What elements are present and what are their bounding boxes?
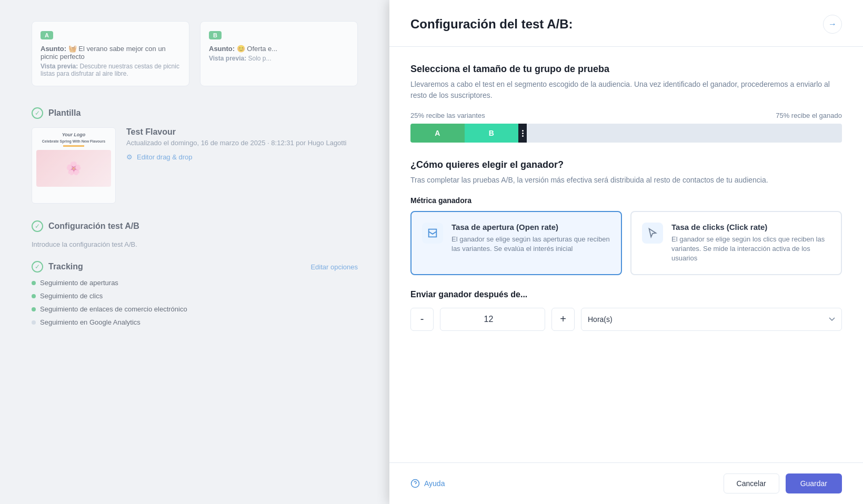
template-editor-link[interactable]: ⚙ Editor drag & drop bbox=[126, 153, 358, 161]
winner-minus-button[interactable]: - bbox=[410, 308, 434, 331]
modal-header: Configuración del test A/B: → bbox=[389, 0, 863, 47]
tracking-item-2: Seguimiento de clics bbox=[32, 292, 358, 300]
metric-click-rate-card[interactable]: Tasa de clicks (Click rate) El ganador s… bbox=[630, 211, 842, 275]
group-size-section: Selecciona el tamaño de tu grupo de prue… bbox=[410, 64, 842, 143]
slider-label-left: 25% recibe las variantes bbox=[410, 112, 485, 119]
tracking-section: ✓ Tracking Editar opciones Seguimiento d… bbox=[32, 261, 358, 326]
tracking-list: Seguimiento de aperturas Seguimiento de … bbox=[32, 279, 358, 326]
open-rate-text: Tasa de apertura (Open rate) El ganador … bbox=[451, 223, 610, 254]
tracking-dot-3 bbox=[32, 307, 36, 311]
click-rate-desc: El ganador se elige según los clics que … bbox=[671, 235, 830, 264]
modal-title: Configuración del test A/B: bbox=[410, 17, 573, 32]
ab-config-section: ✓ Configuración test A/B Introduce la co… bbox=[32, 220, 358, 248]
winner-title: ¿Cómo quieres elegir el ganador? bbox=[410, 159, 842, 170]
winner-unit-select[interactable]: Hora(s) Día(s) bbox=[581, 308, 842, 331]
modal-panel: Configuración del test A/B: → Selecciona… bbox=[389, 0, 863, 504]
winner-after-section: Enviar ganador después de... - + Hora(s)… bbox=[410, 290, 842, 331]
winner-controls: - + Hora(s) Día(s) bbox=[410, 308, 842, 331]
tracking-dot-2 bbox=[32, 294, 36, 298]
variant-a-badge: A bbox=[41, 31, 53, 39]
winner-section: ¿Cómo quieres elegir el ganador? Tras co… bbox=[410, 159, 842, 331]
thumb-logo: Your Logo bbox=[62, 132, 86, 137]
background-panel: A Asunto: 🧺 El verano sabe mejor con un … bbox=[0, 0, 389, 504]
variant-b-card: B Asunto: 😊 Oferta e... Vista previa: So… bbox=[200, 21, 358, 86]
metric-cards: Tasa de apertura (Open rate) El ganador … bbox=[410, 211, 842, 275]
winner-after-title: Enviar ganador después de... bbox=[410, 290, 842, 299]
handle-dot-1 bbox=[522, 130, 524, 132]
help-link[interactable]: Ayuda bbox=[410, 479, 445, 488]
thumb-bar bbox=[63, 145, 84, 147]
modal-footer: Ayuda Cancelar Guardar bbox=[389, 462, 863, 504]
variant-b-preview: Vista previa: Solo p... bbox=[209, 55, 349, 62]
winner-value-input[interactable] bbox=[440, 308, 545, 331]
metric-label: Métrica ganadora bbox=[410, 196, 842, 205]
tracking-dot-4 bbox=[32, 320, 36, 325]
thumb-image: 🌸 bbox=[36, 150, 111, 187]
tracking-item-1: Seguimiento de aperturas bbox=[32, 279, 358, 287]
variant-b-badge: B bbox=[209, 31, 222, 39]
handle-dot-2 bbox=[522, 133, 524, 134]
template-thumbnail: Your Logo Celebrate Spring With New Flav… bbox=[32, 127, 116, 204]
template-info: Test Flavour Actualizado el domingo, 16 … bbox=[126, 127, 358, 161]
variant-b-subject: Asunto: 😊 Oferta e... bbox=[209, 45, 349, 53]
slider-handle[interactable] bbox=[518, 124, 527, 143]
template-check-icon: ✓ bbox=[32, 107, 43, 119]
variant-a-preview: Vista previa: Descubre nuestras cestas d… bbox=[41, 63, 180, 77]
click-rate-title: Tasa de clicks (Click rate) bbox=[671, 223, 830, 231]
save-button[interactable]: Guardar bbox=[786, 473, 842, 493]
modal-close-button[interactable]: → bbox=[823, 15, 842, 34]
template-name: Test Flavour bbox=[126, 127, 358, 137]
cancel-button[interactable]: Cancelar bbox=[724, 473, 779, 493]
footer-actions: Cancelar Guardar bbox=[724, 473, 842, 493]
winner-plus-button[interactable]: + bbox=[551, 308, 575, 331]
variants-row: A Asunto: 🧺 El verano sabe mejor con un … bbox=[32, 21, 358, 86]
slider-rest bbox=[527, 124, 842, 143]
slider-label-right: 75% recibe el ganado bbox=[776, 112, 842, 119]
tracking-edit-link[interactable]: Editar opciones bbox=[310, 263, 358, 271]
modal-body: Selecciona el tamaño de tu grupo de prue… bbox=[389, 47, 863, 462]
drag-drop-icon: ⚙ bbox=[126, 153, 133, 161]
slider-segment-b: B bbox=[465, 124, 519, 143]
winner-desc: Tras completar las pruebas A/B, la versi… bbox=[410, 175, 842, 186]
help-icon bbox=[410, 479, 420, 488]
ab-section-title: Configuración test A/B bbox=[48, 221, 139, 231]
metric-open-rate-card[interactable]: Tasa de apertura (Open rate) El ganador … bbox=[410, 211, 622, 275]
ab-section-subtitle: Introduce la configuración test A/B. bbox=[32, 240, 358, 248]
open-rate-icon bbox=[422, 223, 443, 244]
group-size-desc: Llevaremos a cabo el test en el segmento… bbox=[410, 79, 842, 101]
handle-dot-3 bbox=[522, 135, 524, 137]
slider-labels: 25% recibe las variantes 75% recibe el g… bbox=[410, 112, 842, 119]
ab-check-icon: ✓ bbox=[32, 220, 43, 232]
open-rate-title: Tasa de apertura (Open rate) bbox=[451, 223, 610, 231]
variant-a-card: A Asunto: 🧺 El verano sabe mejor con un … bbox=[32, 21, 189, 86]
slider-segment-a: A bbox=[410, 124, 465, 143]
group-size-title: Selecciona el tamaño de tu grupo de prue… bbox=[410, 64, 842, 75]
tracking-dot-1 bbox=[32, 281, 36, 285]
open-rate-desc: El ganador se elige según las aperturas … bbox=[451, 235, 610, 254]
tracking-check-icon: ✓ bbox=[32, 261, 43, 273]
help-label: Ayuda bbox=[424, 479, 445, 488]
click-rate-text: Tasa de clicks (Click rate) El ganador s… bbox=[671, 223, 830, 264]
template-section-title: Plantilla bbox=[48, 108, 81, 118]
template-section: ✓ Plantilla Your Logo Celebrate Spring W… bbox=[32, 107, 358, 204]
slider-track[interactable]: A B bbox=[410, 124, 842, 143]
template-updated: Actualizado el domingo, 16 de marzo de 2… bbox=[126, 139, 358, 147]
tracking-section-title: Tracking bbox=[48, 262, 83, 271]
variant-a-subject: Asunto: 🧺 El verano sabe mejor con un pi… bbox=[41, 45, 180, 61]
tracking-item-4: Seguimiento en Google Analytics bbox=[32, 318, 358, 326]
click-rate-icon bbox=[642, 223, 663, 244]
thumb-title: Celebrate Spring With New Flavours bbox=[42, 139, 106, 143]
tracking-item-3: Seguimiento de enlaces de comercio elect… bbox=[32, 305, 358, 313]
